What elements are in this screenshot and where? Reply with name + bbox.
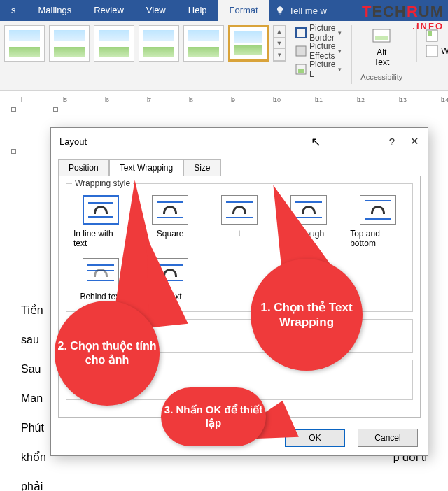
picture-layout-label: Picture L <box>309 59 335 79</box>
wrap-topbottom-label: Top and bottom <box>350 229 405 248</box>
cancel-button[interactable]: Cancel <box>358 429 418 447</box>
ribbon-tab-view[interactable]: View <box>135 0 177 21</box>
ribbon-tab-mailings[interactable]: Mailings <box>27 0 83 21</box>
callout-1-text: 1. Chọn thẻ Text Wrapping <box>251 300 363 330</box>
wrap-top-bottom[interactable]: Top and bottom <box>350 195 405 248</box>
gallery-expand-icon[interactable]: ▾ <box>274 49 285 61</box>
picture-style-gallery[interactable]: ▲ ▼ ▾ <box>4 25 286 62</box>
horizontal-ruler[interactable]: 567891011121314 <box>0 91 448 106</box>
ribbon-tab-format[interactable]: Format <box>218 0 270 21</box>
dialog-help-button[interactable]: ? <box>389 136 395 148</box>
dialog-title: Layout <box>59 136 87 147</box>
ribbon-tab-s[interactable]: s <box>0 0 27 21</box>
doc-text: khổn <box>21 451 46 463</box>
svg-rect-1 <box>296 46 306 56</box>
picture-layout-button[interactable]: Picture L ▾ <box>293 62 344 77</box>
picture-style-5[interactable] <box>183 25 224 62</box>
accessibility-group: Alt Text Accessibility <box>351 25 411 84</box>
svg-rect-4 <box>373 29 390 42</box>
gallery-scroll-up-icon[interactable]: ▲ <box>274 26 285 38</box>
gallery-scroll-down-icon[interactable]: ▼ <box>274 38 285 50</box>
svg-rect-3 <box>298 69 304 73</box>
picture-style-3[interactable] <box>94 25 134 62</box>
chevron-down-icon: ▾ <box>338 29 342 36</box>
gallery-more[interactable]: ▲ ▼ ▾ <box>273 25 286 62</box>
tell-me[interactable]: Tell me w <box>270 6 332 16</box>
wrap-tight-label: t <box>238 229 240 239</box>
wrapping-style-label: Wrapping style <box>72 178 133 188</box>
dialog-tabs: Position Text Wrapping Size <box>58 159 421 176</box>
picture-style-2[interactable] <box>49 25 90 62</box>
picture-effects-button[interactable]: Picture Effects ▾ <box>293 43 344 59</box>
ribbon-tab-help[interactable]: Help <box>177 0 218 21</box>
annotation-callout-1: 1. Chọn thẻ Text Wrapping <box>251 259 363 371</box>
mouse-cursor-icon: ↖ <box>311 134 321 150</box>
svg-rect-7 <box>428 31 432 36</box>
alt-text-icon <box>372 28 391 46</box>
wrap-inline-with-text[interactable]: In line with text <box>74 195 129 248</box>
tab-text-wrapping[interactable]: Text Wrapping <box>109 159 183 176</box>
dialog-close-button[interactable]: ✕ <box>410 135 419 148</box>
annotation-callout-3: 3. Nhấn OK để thiết lập <box>161 387 266 446</box>
ribbon-body: ▲ ▼ ▾ Picture Border ▾ Picture Effects ▾… <box>0 21 448 91</box>
picture-format-group: Picture Border ▾ Picture Effects ▾ Pictu… <box>293 25 344 77</box>
lightbulb-icon <box>275 6 285 15</box>
ribbon-tabs: s Mailings Review View Help Format Tell … <box>0 0 448 21</box>
wrap-text-button[interactable]: Wr <box>423 43 448 59</box>
layout-icon <box>295 64 307 75</box>
border-icon <box>295 27 307 38</box>
wrap-tight[interactable]: t <box>212 195 267 248</box>
annotation-callout-2: 2. Chọn thuộc tính cho ảnh <box>55 301 160 406</box>
ribbon-tab-review[interactable]: Review <box>83 0 135 21</box>
callout-2-text: 2. Chọn thuộc tính cho ảnh <box>55 339 160 367</box>
wrap-icon <box>426 45 438 57</box>
position-button[interactable] <box>423 28 448 43</box>
alt-text-button[interactable]: Alt Text <box>360 28 402 67</box>
doc-text: Sau <box>21 363 41 375</box>
svg-rect-5 <box>375 36 388 40</box>
wrap-label: Wr <box>441 46 448 56</box>
alt-text-label: Alt Text <box>374 48 389 67</box>
position-icon <box>426 29 438 42</box>
chevron-down-icon: ▾ <box>338 66 342 73</box>
dialog-buttons: OK Cancel <box>285 429 418 447</box>
doc-text: Phút <box>21 422 44 434</box>
svg-rect-0 <box>296 28 306 38</box>
svg-rect-8 <box>426 45 438 57</box>
picture-border-label: Picture Border <box>309 23 335 43</box>
dialog-titlebar[interactable]: Layout ? ✕ <box>51 128 428 155</box>
tell-me-label: Tell me w <box>289 6 327 16</box>
tab-size[interactable]: Size <box>183 159 220 176</box>
callout-3-text: 3. Nhấn OK để thiết lập <box>161 404 266 430</box>
arrange-group-partial: Wr <box>416 25 448 62</box>
doc-text: Man <box>21 392 43 404</box>
picture-style-6-selected[interactable] <box>228 25 269 62</box>
picture-style-1[interactable] <box>4 25 45 62</box>
picture-border-button[interactable]: Picture Border ▾ <box>293 25 344 41</box>
tab-position[interactable]: Position <box>58 159 109 176</box>
doc-text: phải <box>21 481 43 491</box>
effects-icon <box>295 45 307 57</box>
doc-text: Tiền <box>21 304 43 316</box>
doc-text: sau <box>21 334 39 346</box>
chevron-down-icon: ▾ <box>338 48 342 55</box>
accessibility-group-label: Accessibility <box>360 73 402 81</box>
picture-style-4[interactable] <box>139 25 179 62</box>
picture-effects-label: Picture Effects <box>309 41 335 61</box>
